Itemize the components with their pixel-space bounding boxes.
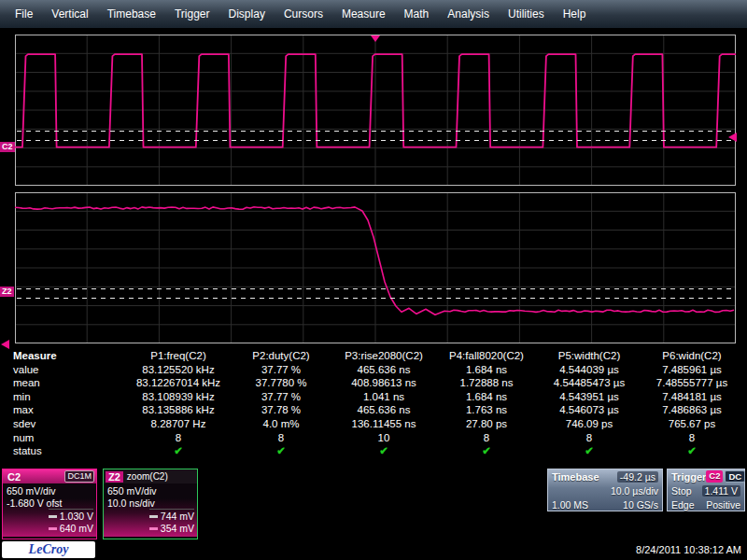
c2-panel-header[interactable]: C2 DC1M bbox=[3, 469, 96, 483]
measure-cell-p2-max: 37.78 % bbox=[230, 403, 332, 417]
measure-cell-p2-mean: 37.7780 % bbox=[230, 376, 332, 390]
menu-measure[interactable]: Measure bbox=[332, 0, 395, 29]
measure-cell-p6-num: 8 bbox=[641, 431, 743, 445]
main-waveform-grid[interactable]: C2 bbox=[15, 35, 736, 186]
measure-cell-p3-value: 465.636 ns bbox=[332, 363, 435, 377]
measure-row-label-num: num bbox=[13, 431, 127, 445]
measure-status-check-p6: ✔ bbox=[641, 444, 743, 458]
menu-help[interactable]: Help bbox=[554, 0, 596, 29]
measure-cell-p1-num: 8 bbox=[127, 431, 230, 445]
trigger-mode: Stop bbox=[671, 485, 692, 497]
measure-cell-p5-mean: 4.54485473 µs bbox=[538, 376, 641, 390]
clock: 8/24/2011 10:38:12 AM bbox=[636, 544, 741, 555]
measure-table: MeasureP1:freq(C2)P2:duty(C2)P3:rise2080… bbox=[13, 349, 743, 458]
measure-cell-p1-max: 83.135886 kHz bbox=[127, 403, 230, 417]
measure-cell-p2-sdev: 4.0 m% bbox=[230, 417, 332, 431]
measure-cell-p1-min: 83.108939 kHz bbox=[127, 390, 230, 404]
c2-waveform-trace bbox=[15, 35, 736, 186]
trigger-level: 1.411 V bbox=[702, 485, 740, 497]
z2-label: Z2 bbox=[106, 471, 123, 483]
c2-panel-body[interactable]: 650 mV/div -1.680 V ofst 1.030 V 640 mV bbox=[3, 483, 96, 537]
z2-panel-header[interactable]: Z2 zoom(C2) bbox=[104, 469, 197, 483]
zoom-waveform-grid[interactable]: Z2 bbox=[15, 192, 736, 343]
menu-timebase[interactable]: Timebase bbox=[98, 0, 165, 29]
measure-row-label-min: min bbox=[13, 390, 127, 404]
z2-max-readout: 744 mV bbox=[161, 511, 194, 523]
cursor-line-upper[interactable] bbox=[17, 131, 734, 132]
measure-status-check-p1: ✔ bbox=[127, 444, 230, 458]
measure-cell-p3-max: 465.636 ns bbox=[332, 403, 435, 417]
timebase-title: Timebase bbox=[552, 471, 599, 483]
c2-channel-marker[interactable]: C2 bbox=[0, 142, 15, 152]
menu-math[interactable]: Math bbox=[395, 0, 439, 29]
max-level-icon bbox=[149, 515, 158, 518]
measure-cell-p6-sdev: 765.67 ps bbox=[641, 417, 743, 431]
measure-cell-p1-sdev: 8.28707 Hz bbox=[127, 417, 230, 431]
menu-file[interactable]: File bbox=[6, 0, 42, 29]
trigger-panel[interactable]: Trigger C2 DC Stop 1.411 V Edge Positive bbox=[667, 469, 745, 511]
c2-coupling-badge[interactable]: DC1M bbox=[64, 470, 94, 483]
c2-level-readouts: 1.030 V 640 mV bbox=[49, 509, 93, 535]
measure-row-label-sdev: sdev bbox=[13, 417, 127, 431]
menu-bar: FileVerticalTimebaseTriggerDisplayCursor… bbox=[0, 0, 747, 29]
timebase-tdiv: 10.0 µs/div bbox=[611, 485, 658, 497]
measure-col-header-p3[interactable]: P3:rise2080(C2) bbox=[332, 349, 435, 363]
measure-col-header-p1[interactable]: P1:freq(C2) bbox=[127, 349, 230, 363]
zoom-cursor-line-upper[interactable] bbox=[17, 288, 734, 289]
min-level-icon bbox=[149, 527, 158, 530]
menu-trigger[interactable]: Trigger bbox=[165, 0, 219, 29]
timebase-panel[interactable]: Timebase -49.2 µs 10.0 µs/div 1.00 MS 10… bbox=[547, 469, 663, 511]
zoom-cursor-line-lower[interactable] bbox=[17, 298, 734, 299]
timebase-offset: -49.2 µs bbox=[617, 471, 658, 483]
channel-c2-panel[interactable]: C2 DC1M 650 mV/div -1.680 V ofst 1.030 V… bbox=[2, 469, 97, 539]
trigger-slope: Positive bbox=[706, 499, 740, 511]
measure-row-label-value: value bbox=[13, 363, 127, 377]
menu-utilities[interactable]: Utilities bbox=[499, 0, 554, 29]
trigger-level-marker[interactable] bbox=[728, 133, 737, 142]
brand-text: LeCroy bbox=[29, 542, 69, 557]
trigger-time-marker[interactable] bbox=[371, 35, 380, 42]
menu-cursors[interactable]: Cursors bbox=[275, 0, 332, 29]
menu-analysis[interactable]: Analysis bbox=[438, 0, 499, 29]
measure-status-check-p5: ✔ bbox=[538, 444, 641, 458]
measure-col-header-p6[interactable]: P6:widn(C2) bbox=[641, 349, 743, 363]
measure-cell-p1-mean: 83.12267014 kHz bbox=[127, 376, 230, 390]
cursor-line-lower[interactable] bbox=[17, 140, 734, 141]
measure-cell-p4-sdev: 27.80 ps bbox=[435, 417, 538, 431]
z2-waveform-trace bbox=[15, 192, 736, 343]
measure-status-check-p2: ✔ bbox=[230, 444, 332, 458]
menu-vertical[interactable]: Vertical bbox=[42, 0, 97, 29]
measure-col-header-p2[interactable]: P2:duty(C2) bbox=[230, 349, 332, 363]
max-level-icon bbox=[49, 515, 57, 518]
trigger-source-badge[interactable]: C2 bbox=[706, 470, 723, 483]
measure-cell-p2-value: 37.77 % bbox=[230, 363, 332, 377]
z2-panel-body[interactable]: 650 mV/div 10.0 ns/div 744 mV 354 mV bbox=[104, 483, 197, 537]
measure-cell-p6-max: 7.486863 µs bbox=[641, 403, 743, 417]
measure-cell-p3-num: 10 bbox=[332, 431, 435, 445]
measure-cell-p4-max: 1.763 ns bbox=[435, 403, 538, 417]
measure-title: Measure bbox=[13, 349, 127, 363]
zoom-position-marker[interactable] bbox=[1, 340, 9, 349]
z2-level-readouts: 744 mV 354 mV bbox=[149, 509, 194, 535]
measure-cell-p3-min: 1.041 ns bbox=[332, 390, 435, 404]
measure-cell-p5-num: 8 bbox=[538, 431, 641, 445]
measure-cell-p6-min: 7.484181 µs bbox=[641, 390, 743, 404]
measure-row-label-max: max bbox=[13, 403, 127, 417]
menu-display[interactable]: Display bbox=[219, 0, 275, 29]
measure-col-header-p4[interactable]: P4:fall8020(C2) bbox=[435, 349, 538, 363]
trigger-coupling-badge[interactable]: DC bbox=[725, 470, 745, 483]
z2-min-readout: 354 mV bbox=[161, 523, 194, 535]
measure-row-label-mean: mean bbox=[13, 376, 127, 390]
measure-col-header-p5[interactable]: P5:width(C2) bbox=[538, 349, 641, 363]
z2-function-label: zoom(C2) bbox=[123, 471, 195, 482]
zoom-z2-panel[interactable]: Z2 zoom(C2) 650 mV/div 10.0 ns/div 744 m… bbox=[103, 469, 198, 539]
z2-channel-marker[interactable]: Z2 bbox=[0, 287, 14, 297]
measure-cell-p5-max: 4.546073 µs bbox=[538, 403, 641, 417]
trigger-type: Edge bbox=[671, 499, 695, 511]
measure-cell-p4-value: 1.684 ns bbox=[435, 363, 538, 377]
measure-cell-p3-sdev: 136.11455 ns bbox=[332, 417, 435, 431]
measure-cell-p4-min: 1.684 ns bbox=[435, 390, 538, 404]
measure-cell-p4-mean: 1.72888 ns bbox=[435, 376, 538, 390]
measure-cell-p6-mean: 7.48555777 µs bbox=[641, 376, 743, 390]
timebase-samples: 1.00 MS bbox=[552, 499, 588, 511]
